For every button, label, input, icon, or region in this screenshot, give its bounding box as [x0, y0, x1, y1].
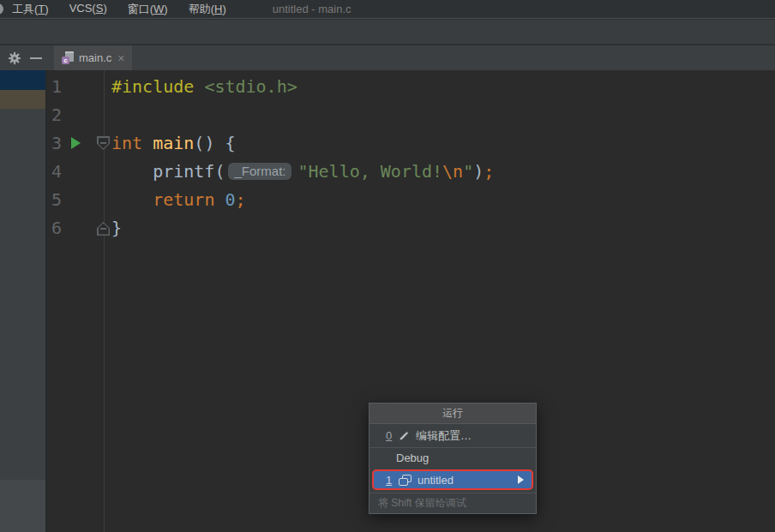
code-segment: 0	[225, 189, 235, 210]
code-line: 4 printf(_Format:"Hello, World!\n");	[49, 158, 775, 186]
line-number: 5	[51, 189, 62, 210]
untitled-mnemonic: 1	[386, 474, 397, 487]
code-segment: ;	[484, 161, 494, 182]
minimize-icon[interactable]	[30, 57, 42, 59]
line-number: 2	[51, 105, 62, 125]
code-line: 2	[49, 101, 775, 129]
run-config-untitled-item[interactable]: 1 untitled	[372, 469, 533, 490]
run-line-icon[interactable]	[71, 137, 81, 149]
edit-configurations-item[interactable]: 0 编辑配置…	[369, 424, 536, 447]
code-line: 5 return 0;	[49, 186, 775, 214]
gear-icon[interactable]	[7, 51, 22, 66]
app-window-icon	[399, 475, 412, 486]
untitled-label: untitled	[418, 474, 454, 487]
tab-close-icon[interactable]: ×	[117, 52, 124, 64]
code-segment: () {	[194, 133, 235, 153]
menu-item-h[interactable]: 帮助(H)	[189, 2, 236, 17]
code-text: }	[111, 218, 122, 238]
code-line: 3int main() {	[49, 129, 775, 158]
line-number: 6	[51, 218, 62, 238]
window-title: untitled - main.c	[273, 3, 351, 15]
code-text: int main() {	[111, 133, 236, 153]
code-segment: }	[111, 218, 122, 238]
code-line: 1#include <stdio.h>	[49, 73, 775, 101]
code-text: #include <stdio.h>	[111, 76, 297, 97]
code-segment: ;	[236, 189, 246, 210]
code-segment	[111, 189, 153, 210]
toolbar-strip	[0, 20, 775, 45]
left-panel-blue-block	[0, 70, 45, 90]
c-file-icon: c	[62, 51, 74, 64]
run-popup-title: 运行	[369, 403, 536, 424]
menu-bar: 工具(T)VCS(S)窗口(W)帮助(H) untitled - main.c	[0, 0, 775, 19]
menu-item-t[interactable]: 工具(T)	[12, 2, 58, 17]
code-segment: )	[473, 161, 484, 182]
run-popup: 运行 0 编辑配置… Debug 1 untitled 将 Shift 保留给调…	[369, 403, 537, 514]
editor-tab-bar: c main.c ×	[0, 45, 775, 70]
pencil-icon	[399, 430, 410, 441]
code-segment: "Hello, World!	[297, 161, 442, 182]
tab-label: main.c	[79, 51, 111, 64]
code-text: return 0;	[111, 189, 246, 210]
edit-config-mnemonic: 0	[386, 429, 397, 442]
code-line: 6}	[49, 214, 775, 242]
line-number: 3	[51, 133, 62, 153]
code-segment: return	[153, 189, 225, 210]
edit-config-label: 编辑配置…	[416, 428, 472, 444]
left-panel	[0, 70, 47, 532]
code-segment: main	[153, 133, 194, 153]
code-segment: "	[463, 161, 473, 182]
menu-item-s[interactable]: VCS(S)	[69, 2, 117, 17]
code-segment: printf(	[111, 161, 225, 182]
code-lines: 1#include <stdio.h>23int main() {4 print…	[49, 73, 775, 242]
parameter-hint: _Format:	[228, 163, 291, 180]
fold-icon[interactable]	[97, 136, 110, 150]
debug-section: Debug	[369, 448, 536, 467]
cutoff-menu-icon	[0, 3, 3, 15]
ide-window: 工具(T)VCS(S)窗口(W)帮助(H) untitled - main.c …	[0, 0, 775, 532]
code-segment: #include	[111, 76, 204, 97]
code-segment: \n	[442, 161, 463, 182]
left-panel-bottom-block	[0, 480, 45, 532]
menu-item-w[interactable]: 窗口(W)	[128, 2, 177, 17]
popup-footer-hint: 将 Shift 保留给调试	[369, 493, 536, 513]
left-panel-brown-block	[0, 90, 45, 109]
menu-bar-items: 工具(T)VCS(S)窗口(W)帮助(H)	[12, 2, 247, 17]
tab-main-c[interactable]: c main.c ×	[54, 45, 132, 70]
line-number: 1	[51, 76, 62, 97]
code-text: printf(_Format:"Hello, World!\n");	[111, 161, 494, 182]
submenu-arrow-icon[interactable]	[518, 475, 524, 484]
code-segment: int	[111, 133, 153, 153]
fold-icon[interactable]	[97, 222, 110, 236]
line-number: 4	[51, 161, 62, 182]
debug-section-label: Debug	[396, 451, 429, 464]
code-segment: <stdio.h>	[204, 76, 297, 97]
